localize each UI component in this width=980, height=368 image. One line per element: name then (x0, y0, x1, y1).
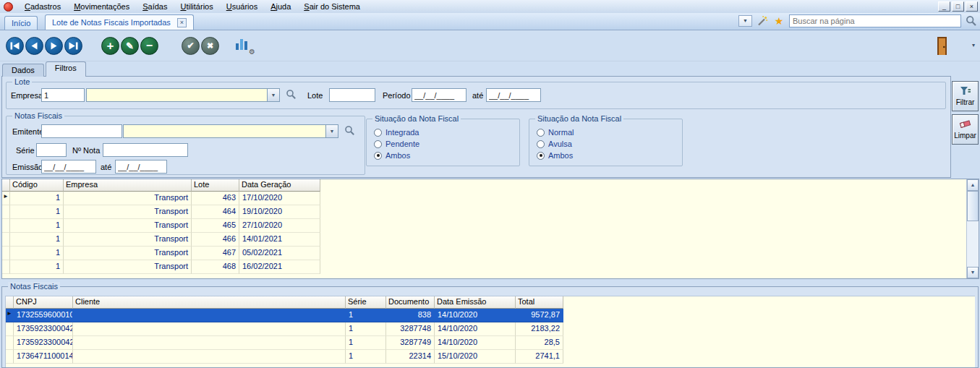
radio-integrada[interactable]: Integrada (374, 128, 419, 137)
col-header-serie[interactable]: Série (346, 296, 386, 309)
restore-button[interactable]: □ (952, 1, 964, 12)
nav-next-button[interactable] (45, 37, 63, 55)
menu-item-saidas[interactable]: Saídas (136, 1, 174, 12)
edit-button[interactable]: ✎ (121, 37, 139, 55)
cell-data-geracao: 16/02/2021 (239, 260, 320, 274)
col-header-data-geracao[interactable]: Data Geração (239, 179, 320, 192)
filter-icon (960, 86, 971, 97)
radio-ambos-tipo[interactable]: Ambos (537, 151, 573, 160)
table-row-selected[interactable]: ► 17325596000100 1 838 14/10/2020 9572,8… (6, 309, 975, 322)
lote-field[interactable] (329, 88, 375, 102)
table-row[interactable]: 1 Transport 467 05/02/2021 (2, 247, 966, 260)
minus-icon: − (146, 40, 153, 51)
emitente-combo[interactable]: ▼ (123, 124, 338, 138)
num-nota-field[interactable] (103, 143, 188, 157)
row-indicator (2, 247, 10, 260)
limpar-button[interactable]: Limpar (952, 114, 979, 145)
table-row[interactable]: 1 Transport 464 19/10/2020 (2, 205, 966, 219)
chevron-down-icon[interactable]: ▼ (325, 125, 338, 137)
col-header-documento[interactable]: Documento (386, 296, 435, 309)
filtrar-button[interactable]: Filtrar (952, 81, 979, 111)
radio-pendente[interactable]: Pendente (374, 140, 419, 148)
tab-filtros[interactable]: Filtros (46, 61, 86, 77)
chevron-down-icon[interactable]: ▼ (267, 89, 279, 101)
table-row[interactable]: 17364711000148 1 22314 15/10/2020 2741,1 (6, 350, 975, 364)
toolbar-more-dropdown[interactable]: ▾ (972, 42, 975, 48)
radio-avulsa-label: Avulsa (548, 140, 572, 148)
chart-button[interactable]: ⚙ (235, 37, 254, 54)
confirm-button[interactable]: ✔ (182, 37, 200, 55)
table-row[interactable]: 17359233000420 1 3287749 14/10/2020 28,5 (6, 336, 975, 350)
empresa-search-icon[interactable] (286, 89, 297, 100)
wand-icon[interactable] (756, 15, 769, 27)
tab-dados[interactable]: Dados (2, 64, 44, 77)
delete-button[interactable]: − (140, 37, 158, 55)
cell-serie: 1 (346, 322, 386, 336)
periodo-ate-label: até (472, 91, 483, 100)
cell-data-emissao: 14/10/2020 (435, 322, 516, 336)
exit-button[interactable] (935, 36, 951, 57)
num-nota-label: Nº Nota (72, 146, 100, 155)
table-row[interactable]: ► 1 Transport 463 17/10/2020 (2, 192, 966, 205)
search-icon[interactable] (965, 15, 978, 27)
add-button[interactable]: + (101, 37, 119, 55)
limpar-label: Limpar (954, 132, 976, 140)
tab-inicio[interactable]: Início (4, 16, 38, 30)
cell-documento: 22314 (386, 350, 435, 364)
favorites-star-icon[interactable]: ★ (772, 15, 785, 27)
cell-serie: 1 (346, 309, 386, 322)
cell-documento: 3287749 (386, 336, 435, 350)
page-tab-bar: Início Lote de Notas Fiscais Importadas … (0, 13, 980, 30)
emissao-from-field[interactable] (41, 160, 96, 174)
menu-item-movimentacoes[interactable]: Movimentações (67, 1, 136, 12)
cell-cnpj: 17359233000420 (14, 336, 73, 350)
table-row[interactable]: 1 Transport 465 27/10/2020 (2, 219, 966, 233)
minimize-button[interactable]: _ (938, 1, 950, 12)
col-header-lote[interactable]: Lote (192, 179, 239, 192)
empresa-combo-value (87, 89, 267, 101)
empresa-field[interactable] (41, 88, 85, 102)
tab-lote-notas-importadas[interactable]: Lote de Notas Fiscais Importadas × (45, 14, 194, 30)
search-input[interactable] (789, 14, 961, 27)
menu-item-utilitarios[interactable]: Utilitários (174, 1, 219, 12)
col-header-cliente[interactable]: Cliente (73, 296, 346, 309)
radio-icon (374, 129, 382, 137)
scroll-up-button[interactable]: ▲ (967, 179, 979, 191)
row-indicator (6, 350, 14, 364)
tab-close-icon[interactable]: × (177, 18, 187, 27)
col-header-data-emissao[interactable]: Data Emissão (435, 296, 516, 309)
emissao-to-field[interactable] (115, 160, 167, 174)
periodo-from-field[interactable] (412, 88, 466, 102)
cancel-button[interactable]: ✖ (201, 37, 219, 55)
emitente-field[interactable] (41, 124, 122, 138)
periodo-to-field[interactable] (486, 88, 541, 102)
radio-avulsa[interactable]: Avulsa (537, 140, 572, 148)
menu-item-usuarios[interactable]: Usuários (220, 1, 264, 12)
table-row[interactable]: 1 Transport 466 14/01/2021 (2, 233, 966, 247)
col-header-cnpj[interactable]: CNPJ (14, 296, 73, 309)
col-header-codigo[interactable]: Código (10, 179, 64, 192)
scrollbar-thumb[interactable] (967, 191, 979, 221)
cell-empresa: Transport (64, 233, 192, 247)
periodo-label: Período (383, 91, 411, 100)
menu-item-cadastros[interactable]: Cadastros (18, 1, 67, 12)
scroll-down-button[interactable]: ▼ (967, 267, 979, 278)
application-window: Cadastros Movimentações Saídas Utilitári… (0, 0, 980, 368)
col-header-empresa[interactable]: Empresa (64, 179, 192, 192)
table-row[interactable]: 1 Transport 468 16/02/2021 (2, 260, 966, 274)
menu-item-sair[interactable]: Sair do Sistema (297, 1, 367, 12)
close-button[interactable]: × (966, 1, 978, 12)
table-row[interactable]: 17359233000420 1 3287748 14/10/2020 2183… (6, 322, 975, 336)
nav-first-button[interactable] (6, 37, 24, 55)
col-header-total[interactable]: Total (516, 296, 563, 309)
emitente-search-icon[interactable] (344, 125, 356, 137)
empresa-combo[interactable]: ▼ (86, 88, 280, 102)
nav-last-button[interactable] (64, 37, 82, 55)
menu-item-ajuda[interactable]: Ajuda (264, 1, 297, 12)
serie-field[interactable] (36, 143, 67, 157)
nav-prev-button[interactable] (25, 37, 43, 55)
radio-ambos-integracao[interactable]: Ambos (374, 151, 410, 160)
ribbon-collapse-button[interactable]: ▼ (738, 15, 752, 27)
radio-normal[interactable]: Normal (537, 128, 574, 137)
row-indicator (6, 322, 14, 336)
